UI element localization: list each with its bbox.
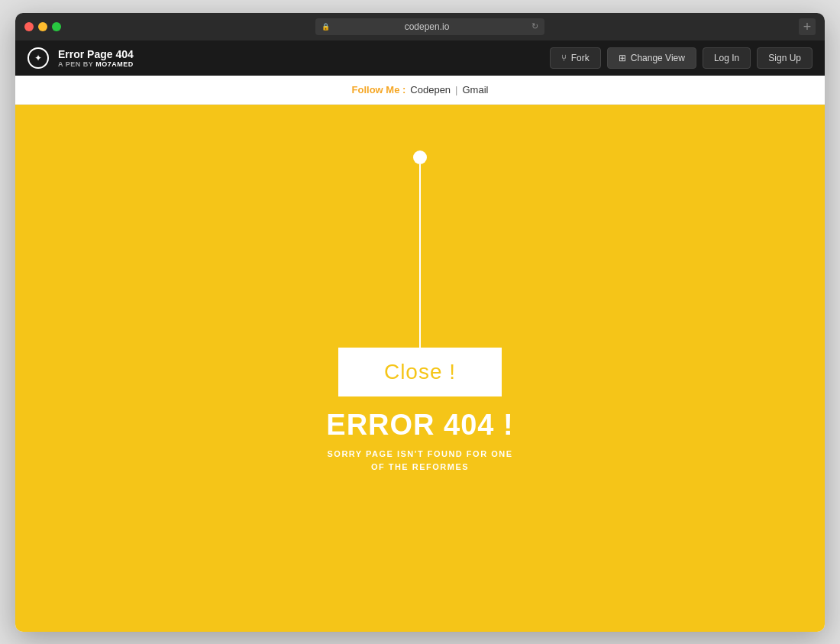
change-view-button[interactable]: ⊞ Change View [607, 47, 696, 69]
minimize-traffic-light[interactable] [38, 22, 47, 31]
pendulum-container: Close ! [338, 150, 502, 396]
close-traffic-light[interactable] [24, 22, 34, 31]
error-title: ERROR 404 ! [326, 409, 513, 442]
nav-actions: ⑂ Fork ⊞ Change View Log In Sign Up [550, 47, 813, 69]
new-tab-button[interactable]: + [799, 18, 816, 35]
error-subtitle: SORRY PAGE ISN'T FOUND FOR ONE OF THE RE… [328, 448, 513, 474]
main-content: Close ! ERROR 404 ! SORRY PAGE ISN'T FOU… [15, 105, 825, 632]
fork-icon: ⑂ [561, 53, 567, 63]
error-subtitle-line2: OF THE REFORMES [371, 462, 469, 471]
change-view-icon: ⊞ [619, 53, 626, 63]
fork-button[interactable]: ⑂ Fork [550, 47, 601, 69]
signup-label: Sign Up [768, 53, 801, 63]
login-label: Log In [714, 53, 739, 63]
traffic-lights [24, 22, 61, 31]
signup-button[interactable]: Sign Up [757, 47, 813, 69]
pendulum-ball [413, 150, 427, 164]
error-subtitle-line1: SORRY PAGE ISN'T FOUND FOR ONE [328, 449, 513, 458]
title-bar: 🔒 ↻ + [15, 13, 825, 40]
url-bar: 🔒 ↻ [122, 18, 738, 35]
lock-icon: 🔒 [321, 23, 330, 31]
change-view-label: Change View [631, 53, 685, 63]
pen-logo-icon: ✦ [27, 47, 49, 69]
login-button[interactable]: Log In [703, 47, 751, 69]
gmail-link[interactable]: Gmail [463, 84, 489, 95]
refresh-icon[interactable]: ↻ [531, 21, 538, 31]
pen-logo-symbol: ✦ [34, 53, 42, 63]
codepen-link[interactable]: Codepen [410, 84, 451, 95]
follow-divider: | [455, 84, 457, 95]
pen-author: A PEN BY MO7AMED [58, 60, 134, 68]
fork-label: Fork [571, 53, 590, 63]
follow-bar: Follow Me : Codepen | Gmail [15, 76, 825, 105]
browser-window: 🔒 ↻ + ✦ Error Page 404 A PEN BY MO7AMED … [15, 13, 825, 632]
close-button-wrapper: Close ! [338, 348, 502, 396]
close-button[interactable]: Close ! [338, 348, 502, 396]
url-input[interactable] [315, 18, 544, 35]
pen-info: Error Page 404 A PEN BY MO7AMED [58, 48, 134, 68]
url-lock-wrapper: 🔒 ↻ [315, 18, 544, 35]
pendulum-line [419, 164, 421, 348]
maximize-traffic-light[interactable] [52, 22, 61, 31]
nav-bar: ✦ Error Page 404 A PEN BY MO7AMED ⑂ Fork… [15, 40, 825, 76]
pen-title: Error Page 404 [58, 48, 134, 60]
follow-label: Follow Me : [352, 84, 406, 95]
